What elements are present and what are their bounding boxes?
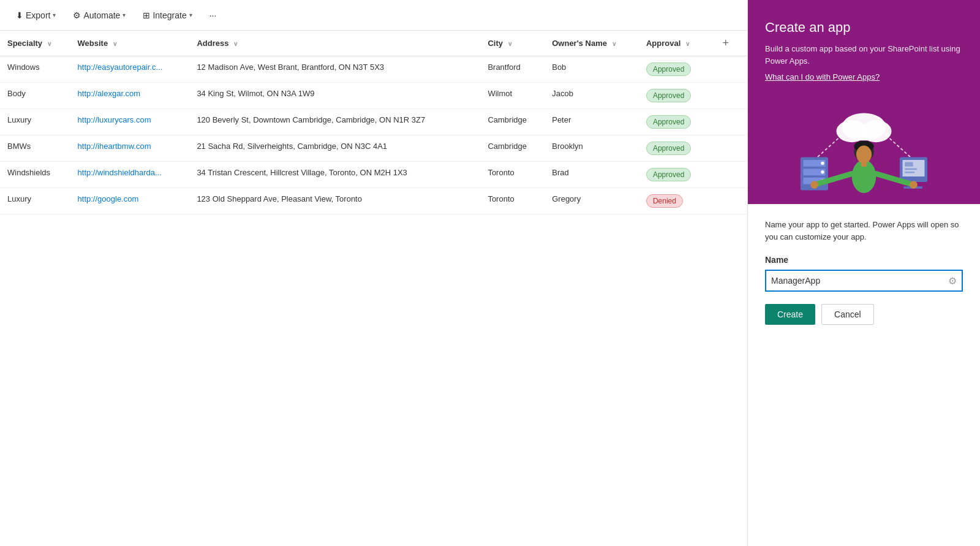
main-content: ⬇ Export ▾ ⚙ Automate ▾ ⊞ Integrate ▾ ··…: [0, 0, 747, 546]
svg-point-27: [810, 181, 818, 189]
cell-website: http://luxurycars.com: [70, 109, 190, 135]
cell-specialty: Windows: [0, 56, 70, 83]
cell-owners-name: Brad: [545, 162, 639, 188]
specialty-sort-icon: ∨: [47, 40, 51, 47]
cell-approval: Approved: [639, 162, 710, 188]
cell-owners-name: Bob: [545, 56, 639, 83]
cell-specialty: Luxury: [0, 188, 70, 214]
automate-label: Automate: [83, 10, 120, 20]
table-row: Windows http://easyautorepair.c... 12 Ma…: [0, 56, 747, 83]
panel-body-description: Name your app to get started. Power Apps…: [765, 219, 963, 243]
export-button[interactable]: ⬇ Export ▾: [10, 7, 62, 24]
cell-extra: [710, 109, 747, 135]
approval-sort-icon: ∨: [685, 40, 690, 47]
website-link[interactable]: http://luxurycars.com: [78, 115, 151, 124]
svg-point-28: [910, 181, 918, 189]
cell-city: Brantford: [480, 56, 545, 83]
cell-website: http://google.com: [70, 188, 190, 214]
cell-extra: [710, 162, 747, 188]
cell-approval: Approved: [639, 56, 710, 83]
col-header-owners-name[interactable]: Owner's Name ∨: [545, 31, 639, 56]
add-column-button[interactable]: +: [717, 37, 734, 50]
table-row: Windshields http://windshieldharda... 34…: [0, 162, 747, 188]
website-link[interactable]: http://iheartbmw.com: [78, 142, 151, 151]
integrate-label: Integrate: [153, 10, 186, 20]
svg-point-24: [856, 146, 872, 164]
data-table: Specialty ∨ Website ∨ Address ∨ City ∨: [0, 31, 747, 214]
cell-owners-name: Peter: [545, 109, 639, 135]
toolbar: ⬇ Export ▾ ⚙ Automate ▾ ⊞ Integrate ▾ ··…: [0, 0, 747, 31]
cell-city: Wilmot: [480, 83, 545, 109]
cell-approval: Approved: [639, 109, 710, 135]
app-name-input[interactable]: [771, 273, 948, 288]
right-panel: Create an app Build a custom app based o…: [747, 0, 980, 546]
approval-badge: Approved: [646, 168, 691, 181]
cell-website: http://iheartbmw.com: [70, 135, 190, 162]
approval-badge: Approved: [646, 115, 691, 129]
city-sort-icon: ∨: [508, 40, 512, 47]
svg-point-3: [861, 120, 891, 142]
approval-badge: Denied: [646, 194, 683, 208]
cell-owners-name: Brooklyn: [545, 135, 639, 162]
name-field-label: Name: [765, 255, 963, 265]
automate-chevron-icon: ▾: [123, 12, 126, 18]
export-chevron-icon: ▾: [53, 12, 56, 18]
cell-website: http://windshieldharda...: [70, 162, 190, 188]
approval-badge: Approved: [646, 142, 691, 155]
integrate-icon: ⊞: [143, 10, 150, 20]
website-sort-icon: ∨: [113, 40, 117, 47]
cell-approval: Approved: [639, 83, 710, 109]
list-area: Specialty ∨ Website ∨ Address ∨ City ∨: [0, 31, 747, 546]
website-link[interactable]: http://windshieldharda...: [78, 168, 162, 177]
cancel-button[interactable]: Cancel: [821, 304, 874, 325]
cell-city: Toronto: [480, 162, 545, 188]
svg-point-10: [821, 162, 824, 165]
col-header-approval[interactable]: Approval ∨: [639, 31, 710, 56]
panel-body: Name your app to get started. Power Apps…: [748, 204, 980, 546]
col-header-specialty[interactable]: Specialty ∨: [0, 31, 70, 56]
panel-header: Create an app Build a custom app based o…: [748, 0, 980, 82]
cell-address: 12 Madison Ave, West Brant, Brantford, O…: [189, 56, 480, 83]
cell-address: 34 Tristan Crescent, Hillcrest Village, …: [189, 162, 480, 188]
cell-website: http://alexgar.com: [70, 83, 190, 109]
export-icon: ⬇: [16, 10, 23, 20]
integrate-chevron-icon: ▾: [189, 12, 192, 18]
cell-city: Toronto: [480, 188, 545, 214]
website-link[interactable]: http://google.com: [78, 194, 139, 203]
address-sort-icon: ∨: [233, 40, 238, 47]
cell-specialty: Windshields: [0, 162, 70, 188]
cell-specialty: Luxury: [0, 109, 70, 135]
website-link[interactable]: http://alexgar.com: [78, 89, 141, 98]
panel-description: Build a custom app based on your SharePo…: [765, 43, 963, 67]
table-row: Body http://alexgar.com 34 King St, Wilm…: [0, 83, 747, 109]
table-row: Luxury http://luxurycars.com 120 Beverly…: [0, 109, 747, 135]
owners-sort-icon: ∨: [612, 40, 616, 47]
cell-approval: Approved: [639, 135, 710, 162]
approval-badge: Approved: [646, 63, 691, 76]
svg-point-11: [821, 170, 824, 173]
cell-owners-name: Jacob: [545, 83, 639, 109]
more-button[interactable]: ···: [203, 7, 223, 24]
spinner-icon: ⚙: [948, 275, 957, 287]
cell-extra: [710, 188, 747, 214]
website-link[interactable]: http://easyautorepair.c...: [78, 63, 163, 72]
more-label: ···: [209, 10, 217, 20]
integrate-button[interactable]: ⊞ Integrate ▾: [137, 7, 198, 24]
automate-button[interactable]: ⚙ Automate ▾: [67, 7, 132, 24]
col-header-add: +: [710, 31, 747, 56]
col-header-address[interactable]: Address ∨: [189, 31, 480, 56]
col-header-website[interactable]: Website ∨: [70, 31, 190, 56]
table-header-row: Specialty ∨ Website ∨ Address ∨ City ∨: [0, 31, 747, 56]
approval-badge: Approved: [646, 89, 691, 102]
cell-specialty: Body: [0, 83, 70, 109]
col-header-city[interactable]: City ∨: [480, 31, 545, 56]
cell-address: 21 Sacha Rd, Silverheights, Cambridge, O…: [189, 135, 480, 162]
table-row: BMWs http://iheartbmw.com 21 Sacha Rd, S…: [0, 135, 747, 162]
panel-link[interactable]: What can I do with Power Apps?: [765, 72, 880, 82]
cell-city: Cambridge: [480, 109, 545, 135]
export-label: Export: [26, 10, 50, 20]
cell-extra: [710, 56, 747, 83]
svg-rect-17: [905, 172, 914, 173]
panel-illustration: [748, 82, 980, 204]
create-button[interactable]: Create: [765, 304, 815, 325]
